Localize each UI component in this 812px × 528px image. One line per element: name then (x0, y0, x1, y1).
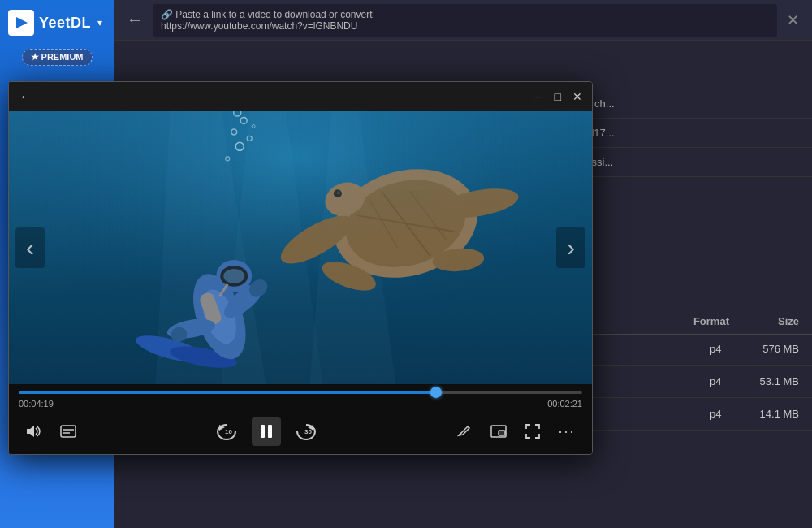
player-nav-left[interactable]: ‹ (15, 227, 45, 268)
time-elapsed: 00:04:19 (19, 399, 54, 409)
close-main-button[interactable]: ✕ (787, 11, 799, 29)
progress-thumb[interactable] (430, 387, 442, 398)
skip-back-button[interactable]: 10 (211, 419, 242, 444)
premium-badge[interactable]: ★ PREMIUM (22, 49, 93, 66)
svg-line-47 (468, 426, 469, 428)
video-scene: ‹ › (9, 111, 592, 384)
app-window: YeetDL ▾ ★ PREMIUM ⬇ Download 🔍 Search ⚙… (0, 0, 812, 528)
row-size: 576 MB (750, 343, 799, 355)
row-format: p4 (710, 343, 734, 355)
url-value: https://www.youtube.com/watch?v=lGNBNDU (161, 20, 357, 32)
controls-row: 10 30 (9, 412, 592, 454)
premium-label: ★ PREMIUM (31, 52, 84, 63)
time-remaining: 00:02:21 (547, 399, 582, 409)
table-col-format: Format (693, 315, 729, 327)
annotate-button[interactable] (452, 419, 477, 444)
row-format: p4 (710, 375, 734, 387)
player-controls-bar: 00:04:19 00:02:21 (9, 384, 592, 454)
svg-marker-0 (16, 17, 28, 28)
logo-text: YeetDL (39, 15, 91, 32)
subtitles-button[interactable] (56, 419, 80, 444)
back-button[interactable]: ← (127, 11, 143, 29)
logo-area: YeetDL ▾ (0, 10, 114, 36)
row-format: p4 (710, 408, 734, 420)
table-col-size: Size (778, 315, 799, 327)
top-bar: ← 🔗 Paste a link to a video to download … (114, 0, 812, 41)
progress-area[interactable] (9, 384, 592, 397)
player-minimize-button[interactable]: ─ (535, 91, 543, 102)
svg-rect-44 (261, 425, 265, 438)
skip-fwd-button[interactable]: 30 (291, 419, 322, 444)
more-button[interactable]: ··· (555, 419, 579, 444)
url-bar: 🔗 Paste a link to a video to download or… (153, 4, 777, 37)
progress-fill (19, 391, 436, 394)
player-back-button[interactable]: ← (19, 89, 33, 106)
row-size: 14.1 MB (750, 408, 799, 420)
player-close-button[interactable]: ✕ (572, 91, 582, 102)
url-prefix: 🔗 Paste a link to a video to download or… (161, 9, 372, 20)
logo-caret[interactable]: ▾ (97, 17, 102, 28)
svg-marker-39 (27, 426, 34, 437)
row-size: 53.1 MB (750, 375, 799, 387)
svg-rect-45 (268, 425, 272, 438)
player-titlebar: ← ─ □ ✕ (9, 82, 592, 111)
time-display: 00:04:19 00:02:21 (9, 397, 592, 412)
logo-icon (8, 10, 34, 36)
player-window: ← ─ □ ✕ (8, 81, 593, 455)
fullscreen-button[interactable] (520, 419, 545, 444)
pip-button[interactable] (486, 419, 511, 444)
svg-rect-50 (499, 431, 505, 435)
player-nav-right[interactable]: › (556, 227, 585, 268)
player-window-controls: ─ □ ✕ (535, 91, 582, 102)
video-area: ‹ › (9, 111, 592, 384)
progress-track[interactable] (19, 391, 582, 394)
svg-rect-40 (61, 426, 76, 437)
light-rays (9, 111, 592, 384)
player-maximize-button[interactable]: □ (555, 91, 561, 102)
play-pause-button[interactable] (252, 417, 281, 446)
volume-button[interactable] (22, 419, 46, 444)
